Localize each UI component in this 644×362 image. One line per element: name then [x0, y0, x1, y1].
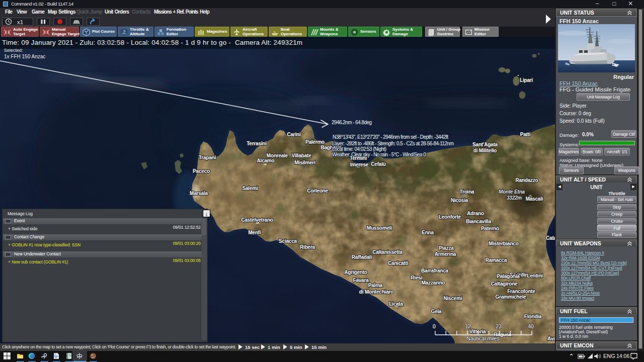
svg-text:Nautical miles: Nautical miles [466, 335, 499, 341]
svg-text:Troina: Troina [460, 189, 474, 195]
svg-text:Ribera: Ribera [300, 244, 315, 250]
svg-text:Biancavilla: Biancavilla [466, 219, 492, 224]
svg-text:Layer: -282ft to -486ft - Stre: Layer: -282ft to -486ft - Strength: 0.5 … [332, 141, 454, 146]
svg-text:3322m: 3322m [507, 195, 522, 201]
svg-text:Niscemi: Niscemi [444, 296, 462, 301]
svg-text:Selected:: Selected: [4, 49, 23, 53]
svg-text:Carini: Carini [287, 132, 301, 137]
svg-text:Monreale: Monreale [267, 153, 288, 158]
svg-text:Gela: Gela [431, 309, 442, 314]
svg-text:Sciacca: Sciacca [279, 238, 297, 244]
svg-text:Menfi: Menfi [248, 230, 261, 235]
svg-text:Marsala: Marsala [190, 191, 208, 196]
svg-text:Villabate: Villabate [291, 153, 311, 158]
svg-text:23: 23 [496, 323, 502, 329]
svg-text:Trapani: Trapani [199, 155, 216, 160]
svg-text:N38°13'43", E13°27'20" - 2946n: N38°13'43", E13°27'20" - 2946nm from sel… [333, 134, 448, 140]
svg-text:Imerese: Imerese [350, 162, 369, 167]
svg-text:Palermo: Palermo [305, 139, 325, 145]
svg-text:Salemi: Salemi [242, 186, 258, 191]
svg-text:Piazza: Piazza [439, 245, 454, 251]
svg-text:Enna: Enna [422, 230, 434, 235]
svg-text:Misilmeri: Misilmeri [294, 160, 315, 165]
svg-text:Nicosia: Nicosia [451, 198, 468, 203]
svg-text:Adrano: Adrano [467, 211, 484, 216]
svg-text:di Montechiaro: di Montechiaro [359, 289, 393, 295]
svg-text:Patti: Patti [520, 132, 531, 137]
svg-text:Canicattì: Canicattì [388, 260, 409, 266]
svg-text:Misterbianco: Misterbianco [489, 241, 518, 246]
svg-text:di Militello: di Militello [473, 148, 497, 153]
svg-text:Paternò: Paternò [481, 226, 499, 231]
svg-text:Corleone: Corleone [307, 188, 328, 194]
svg-text:Caltanissetta: Caltanissetta [372, 249, 403, 255]
svg-text:Grammichele: Grammichele [495, 294, 526, 300]
svg-text:Barrafranca: Barrafranca [421, 268, 449, 274]
svg-text:Palma: Palma [368, 283, 383, 288]
svg-text:Alcamo: Alcamo [257, 158, 275, 163]
svg-text:Lipari: Lipari [520, 77, 533, 83]
svg-text:Catania: Catania [546, 235, 555, 241]
svg-text:Licata: Licata [389, 301, 403, 307]
svg-text:Mascali: Mascali [526, 196, 543, 202]
svg-text:Vittoria: Vittoria [469, 329, 486, 334]
svg-text:Francofonte: Francofonte [507, 289, 535, 294]
svg-text:Sant'Agata: Sant'Agata [472, 142, 498, 147]
svg-text:Agrigento: Agrigento [344, 269, 367, 275]
svg-text:Weather: Clear sky - No rain -: Weather: Clear sky - No rain - 5°C - Win… [332, 152, 426, 157]
svg-text:Local time: 04:02:53 (Night): Local time: 04:02:53 (Night) [332, 146, 386, 152]
svg-text:40: 40 [528, 323, 534, 329]
svg-text:Mussomeli: Mussomeli [367, 225, 392, 231]
svg-text:Randazzo: Randazzo [515, 177, 538, 183]
svg-text:Monte Etna: Monte Etna [499, 189, 525, 195]
svg-text:Favara: Favara [353, 278, 369, 283]
svg-text:Avola: Avola [547, 336, 555, 341]
svg-text:12: 12 [465, 323, 471, 329]
svg-text:Terrasini: Terrasini [247, 141, 267, 146]
svg-text:Mazzarino: Mazzarino [422, 280, 445, 286]
svg-text:Riesi: Riesi [411, 275, 423, 281]
svg-text:Palagonia: Palagonia [497, 274, 520, 279]
svg-text:1x FFH 150 Anzac: 1x FFH 150 Anzac [4, 54, 45, 59]
svg-text:0: 0 [433, 323, 436, 329]
svg-text:2946.2nm - 64.8deg: 2946.2nm - 64.8deg [332, 120, 372, 125]
svg-text:Cefalù: Cefalù [371, 161, 385, 167]
svg-text:Paceco: Paceco [193, 168, 210, 174]
svg-text:Ramacca: Ramacca [486, 257, 507, 263]
svg-text:Caltagirone: Caltagirone [491, 281, 518, 287]
svg-text:Floridia: Floridia [524, 314, 542, 319]
svg-text:Armerina: Armerina [435, 251, 456, 257]
svg-text:Raffadali: Raffadali [352, 254, 372, 260]
svg-text:Lentini: Lentini [527, 273, 543, 279]
svg-text:Leonforte: Leonforte [439, 214, 461, 220]
svg-text:Castelvetrano: Castelvetrano [241, 217, 273, 223]
svg-text:x1: x1 [17, 19, 23, 25]
